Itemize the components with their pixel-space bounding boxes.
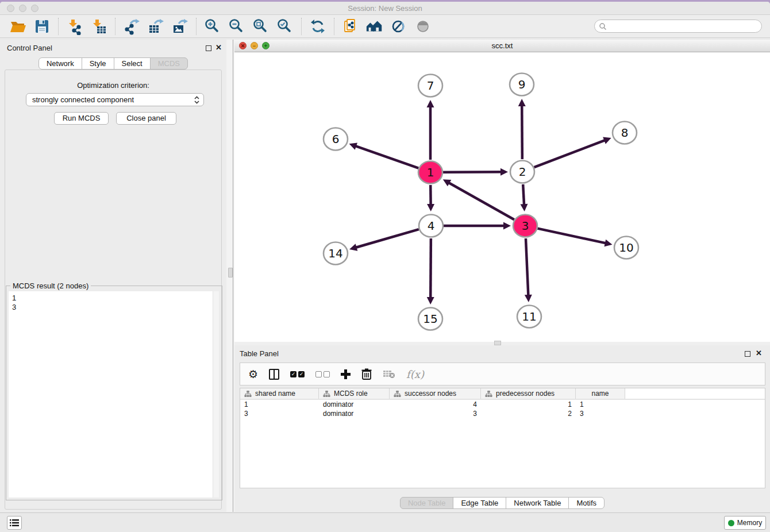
export-image-icon[interactable] (171, 17, 189, 36)
criterion-select[interactable]: strongly connected component (26, 93, 204, 106)
graph-node-3[interactable]: 3 (513, 215, 537, 237)
table-panel: Table Panel ✕ ⚙ ✓✓ f(x) shared nameMCDS … (234, 345, 770, 512)
table-cell[interactable]: dominator (319, 400, 390, 409)
graph-edge-3-11[interactable] (526, 238, 528, 296)
graph-node-2[interactable]: 2 (510, 161, 534, 183)
tab-style[interactable]: Style (82, 57, 114, 70)
zoom-selected-icon[interactable] (276, 17, 294, 36)
mcds-result-title: MCDS result (2 nodes) (10, 282, 91, 290)
export-table-icon[interactable] (147, 17, 165, 36)
graph-node-9[interactable]: 9 (510, 74, 534, 96)
delete-column-icon[interactable] (361, 367, 372, 381)
zoom-out-icon[interactable] (228, 17, 246, 36)
network-canvas[interactable]: 7968124314101511 (234, 52, 770, 342)
tab-network[interactable]: Network (38, 57, 82, 70)
splitter-handle[interactable] (228, 268, 233, 277)
export-network-icon[interactable] (122, 17, 141, 36)
mcds-result-box[interactable]: 1 3 (9, 291, 219, 498)
column-panel-icon[interactable] (269, 367, 279, 381)
zoom-fit-icon[interactable] (252, 17, 270, 36)
node-label: 8 (621, 126, 629, 140)
apply-layout-icon[interactable] (309, 17, 327, 36)
float-panel-icon[interactable] (206, 45, 211, 51)
search-input[interactable] (607, 22, 750, 30)
graph-node-8[interactable]: 8 (613, 122, 637, 144)
close-panel-icon[interactable]: ✕ (756, 349, 762, 357)
add-column-icon[interactable] (341, 367, 351, 381)
graph-node-1[interactable]: 1 (418, 161, 442, 184)
table-cell[interactable]: 2 (481, 409, 576, 418)
graph-edge-1-2[interactable] (443, 172, 502, 172)
edge-arrowhead (349, 142, 357, 149)
graph-node-7[interactable]: 7 (418, 75, 442, 97)
close-panel-icon[interactable]: ✕ (215, 43, 222, 52)
tab-edge-table[interactable]: Edge Table (453, 497, 506, 509)
graph-node-15[interactable]: 15 (418, 308, 442, 330)
save-session-icon[interactable] (33, 17, 51, 36)
column-header-predecessor-nodes[interactable]: predecessor nodes (481, 388, 576, 399)
splitter-handle[interactable] (494, 341, 501, 345)
table-cell[interactable]: 3 (390, 409, 481, 418)
graph-edge-3-1[interactable] (448, 183, 514, 220)
gear-icon[interactable]: ⚙ (248, 367, 258, 381)
eye-icon[interactable] (414, 17, 432, 36)
import-network-icon[interactable] (66, 17, 84, 36)
table-cell[interactable]: 3 (240, 409, 319, 418)
search-field[interactable] (594, 20, 762, 33)
graph-edge-2-3[interactable] (523, 184, 524, 205)
graph-edge-2-8[interactable] (534, 140, 606, 167)
graph-node-6[interactable]: 6 (324, 128, 348, 151)
task-history-button[interactable] (7, 516, 22, 530)
column-header-shared-name[interactable]: shared name (240, 388, 319, 399)
tab-node-table[interactable]: Node Table (400, 497, 454, 509)
close-panel-button[interactable]: Close panel (116, 112, 176, 125)
node-table[interactable]: shared nameMCDS rolesuccessor nodesprede… (240, 388, 765, 488)
table-cell[interactable]: dominator (319, 409, 390, 418)
criterion-selected-value: strongly connected component (32, 95, 134, 104)
graph-edge-2-9[interactable] (522, 105, 522, 159)
open-file-icon[interactable] (9, 17, 27, 36)
column-header-successor-nodes[interactable]: successor nodes (390, 388, 481, 399)
deselect-all-icon[interactable] (315, 367, 330, 381)
hide-selected-icon[interactable] (390, 17, 408, 36)
graph-node-10[interactable]: 10 (614, 237, 638, 259)
graph-node-14[interactable]: 14 (324, 242, 348, 265)
toolbar-separator (58, 18, 59, 35)
column-header-MCDS-role[interactable]: MCDS role (319, 388, 390, 399)
edge-arrowhead (500, 168, 508, 176)
run-mcds-button[interactable]: Run MCDS (54, 112, 109, 125)
tab-motifs[interactable]: Motifs (568, 497, 605, 509)
tab-select[interactable]: Select (114, 57, 151, 70)
graph-node-11[interactable]: 11 (517, 306, 541, 328)
table-cell[interactable]: 1 (576, 400, 625, 409)
float-panel-icon[interactable] (745, 351, 750, 357)
network-title: scc.txt (234, 41, 770, 50)
table-cell[interactable]: 1 (481, 400, 576, 409)
network-from-selection-icon[interactable] (341, 17, 360, 36)
table-row[interactable]: 3dominator323 (240, 409, 765, 418)
tab-mcds[interactable]: MCDS (150, 57, 188, 70)
graph-edge-1-6[interactable] (355, 146, 418, 168)
graph-edge-3-10[interactable] (538, 229, 606, 244)
table-cell[interactable]: 4 (390, 400, 481, 409)
graph-edge-4-15[interactable] (430, 238, 431, 298)
zoom-in-icon[interactable] (203, 17, 222, 36)
column-header-name[interactable]: name (576, 388, 625, 399)
graph-node-4[interactable]: 4 (419, 215, 443, 237)
tab-network-table[interactable]: Network Table (506, 497, 569, 509)
edge-arrowhead (503, 222, 511, 230)
graph-edge-4-14[interactable] (356, 229, 419, 248)
select-all-icon[interactable]: ✓✓ (290, 367, 305, 381)
node-label: 10 (619, 241, 633, 255)
main-window: Session: New Session (0, 2, 770, 532)
import-table-icon[interactable] (90, 17, 108, 36)
table-cell[interactable]: 3 (576, 409, 625, 418)
show-all-icon[interactable] (365, 17, 384, 36)
edge-arrowhead (518, 99, 526, 106)
result-scrollbar[interactable] (213, 291, 219, 498)
network-frame-titlebar[interactable]: ✕ − + scc.txt (234, 40, 770, 52)
memory-button[interactable]: Memory (724, 516, 766, 530)
table-row[interactable]: 1dominator411 (240, 400, 765, 409)
vertical-splitter[interactable] (226, 40, 234, 512)
table-cell[interactable]: 1 (240, 400, 319, 409)
